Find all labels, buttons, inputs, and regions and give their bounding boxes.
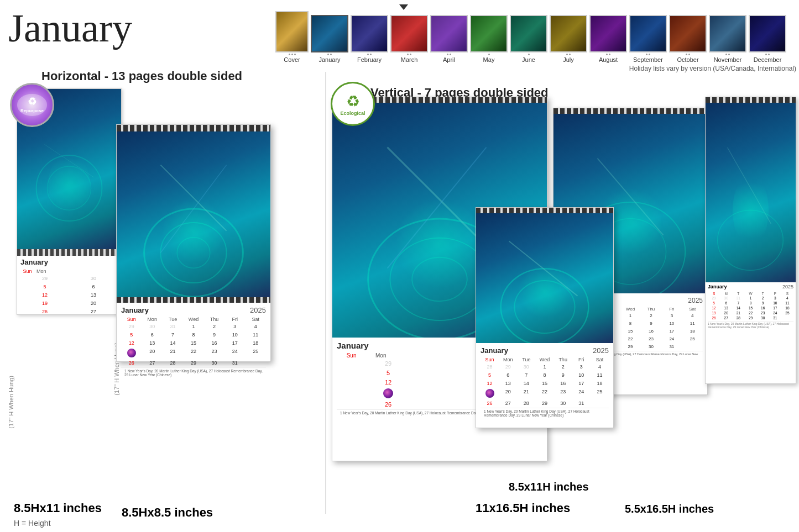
section-divider	[325, 72, 326, 514]
thumb-february[interactable]: February	[351, 15, 388, 63]
svg-point-0	[36, 155, 102, 221]
svg-line-11	[387, 148, 486, 246]
thumb-december[interactable]: December	[749, 15, 786, 63]
holiday-note: Holiday lists vary by version (USA/Canad…	[265, 65, 796, 72]
svg-point-9	[390, 238, 489, 320]
spiral-overlay	[476, 208, 613, 213]
thumb-october[interactable]: October	[669, 15, 707, 63]
cal-image-front	[117, 131, 270, 297]
thumb-august[interactable]: August	[589, 15, 627, 63]
thumbnail-strip: Cover January February March April	[265, 4, 796, 72]
svg-line-7	[160, 165, 226, 253]
svg-point-13	[501, 268, 589, 343]
cal-grid-vert-right: January 2025 SMTWTFS 2930311234 56789101…	[706, 282, 796, 330]
spiral-vert-med	[553, 108, 707, 114]
vert-calendar-small-overlay: January 2025 Sun Mon Tue Wed Thu Fri Sat…	[476, 207, 614, 428]
vert-calendar-right: January 2025 SMTWTFS 2930311234 56789101…	[705, 97, 796, 384]
size-label-85x11h: 8.5x11H inches	[509, 481, 589, 493]
thumb-cover[interactable]: Cover	[275, 11, 309, 63]
thumb-september[interactable]: September	[629, 15, 667, 63]
size-label-11x165h: 11x16.5H inches	[476, 501, 570, 515]
thumb-label-december: December	[754, 56, 782, 63]
spiral-front-top	[117, 125, 270, 131]
thumb-march[interactable]: March	[390, 15, 428, 63]
thumb-label-october: October	[677, 56, 698, 63]
thumb-label-march: March	[401, 56, 418, 63]
cal-footnote-right: 1 New Year's Day, 20 Martin Luther King …	[708, 321, 793, 329]
cal-footnote-front: 1 New Year's Day, 20 Martin Luther King …	[121, 367, 266, 378]
vert-cal-image-overlay	[476, 213, 613, 343]
thumb-november[interactable]: November	[709, 15, 746, 63]
svg-point-3	[144, 209, 243, 297]
thumb-april[interactable]: April	[430, 15, 468, 63]
thumb-label-january: January	[318, 56, 340, 63]
hung-label-1: (17" H When Hung)	[8, 376, 14, 429]
vert-cal-image-right	[706, 103, 796, 282]
size-label-85x11: 8.5Hx11 inches	[14, 501, 102, 515]
thumb-label-september: September	[633, 56, 663, 63]
spiral-front-bottom	[117, 297, 270, 303]
svg-line-20	[728, 148, 771, 224]
size-label-85x85: 8.5Hx8.5 inches	[122, 505, 213, 520]
repurpose-badge: ♻ Repurpose	[10, 83, 54, 127]
svg-point-5	[177, 238, 210, 268]
thumb-label-february: February	[357, 56, 382, 63]
page-title: January	[8, 6, 132, 51]
size-label-55x165h: 5.5x16.5H inches	[625, 503, 714, 515]
selected-arrow	[399, 4, 408, 10]
svg-line-15	[509, 241, 578, 296]
thumb-label-april: April	[443, 56, 455, 63]
svg-point-1	[47, 166, 91, 210]
thumb-label-cover: Cover	[284, 56, 300, 63]
svg-line-12	[387, 148, 486, 268]
svg-line-6	[160, 165, 226, 231]
svg-point-19	[718, 210, 784, 271]
thumb-june[interactable]: June	[510, 15, 547, 63]
horizontal-label: Horizontal - 13 pages double sided	[41, 69, 242, 83]
spiral-vert-right	[706, 97, 796, 103]
horiz-calendar-front: January 2025 Sun Mon Tue Wed Thu Fri Sat…	[116, 124, 271, 362]
thumb-label-june: June	[522, 56, 535, 63]
thumbs-row: Cover January February March April	[275, 11, 786, 63]
thumb-july[interactable]: July	[550, 15, 587, 63]
thumb-label-august: August	[599, 56, 618, 63]
cal-grid-front: January 2025 Sun Mon Tue Wed Thu Fri Sat…	[117, 303, 270, 380]
svg-point-14	[514, 281, 575, 333]
h-equals-label: H = Height	[14, 519, 51, 528]
thumb-label-july: July	[563, 56, 574, 63]
cal-grid-back: January Sun Mon 2930 56 1213 1920 2627	[17, 256, 121, 317]
spiral-back	[17, 249, 121, 256]
thumb-may[interactable]: May	[470, 15, 508, 63]
svg-point-4	[160, 223, 226, 283]
ecological-badge: ♻ Ecological	[331, 82, 375, 126]
svg-point-10	[412, 257, 467, 302]
cal-footnote-overlay: 1 New Year's Day, 20 Martin Luther King …	[481, 408, 609, 418]
cal-grid-overlay: January 2025 Sun Mon Tue Wed Thu Fri Sat…	[476, 343, 613, 420]
thumb-january[interactable]: January	[311, 15, 348, 63]
thumb-label-may: May	[483, 56, 495, 63]
thumb-label-november: November	[714, 56, 742, 63]
